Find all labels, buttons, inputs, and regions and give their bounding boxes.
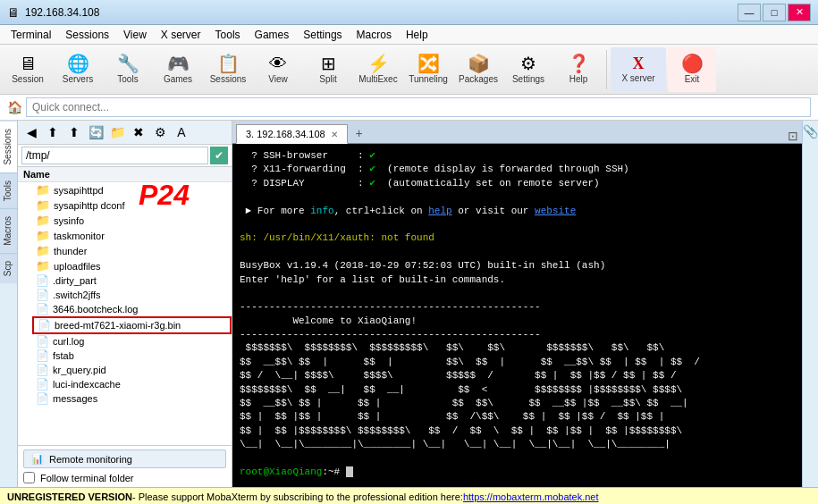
follow-folder-toggle[interactable]: Follow terminal folder xyxy=(23,472,226,483)
terminal-content[interactable]: ? SSH-browser : ✔ ? X11-forwarding : ✔ (… xyxy=(232,144,802,487)
sidebar-tab-tools[interactable]: Tools xyxy=(0,172,17,208)
close-button[interactable]: ✕ xyxy=(788,4,811,21)
follow-folder-label: Follow terminal folder xyxy=(40,473,134,483)
statusbar-link[interactable]: https://mobaxterm.mobatek.net xyxy=(463,491,599,502)
list-item[interactable]: 📁 taskmonitor xyxy=(32,228,232,243)
tool-servers[interactable]: 🌐 Servers xyxy=(54,47,102,92)
restore-icon[interactable]: ⊡ xyxy=(788,129,798,143)
leftpanel-footer: 📊 Remote monitoring Follow terminal fold… xyxy=(18,445,232,487)
quickconnect-bar: 🏠 xyxy=(0,95,818,121)
sidebar-tab-scp[interactable]: Scp xyxy=(0,253,17,283)
list-item[interactable]: 📄 curl.log xyxy=(32,334,232,349)
list-item[interactable]: 📄 3646.bootcheck.log xyxy=(32,302,232,316)
folder-icon: 📁 xyxy=(36,183,50,197)
tool-help[interactable]: ❓ Help xyxy=(554,47,603,92)
menu-terminal[interactable]: Terminal xyxy=(4,27,58,43)
folder-icon: 📁 xyxy=(36,229,50,242)
list-item[interactable]: 📄 messages xyxy=(32,391,232,406)
folder-icon: 📁 xyxy=(36,259,50,273)
file-icon: 📄 xyxy=(36,335,49,348)
menu-tools[interactable]: Tools xyxy=(208,27,248,43)
path-input[interactable] xyxy=(21,147,208,164)
menu-settings[interactable]: Settings xyxy=(296,27,349,43)
xserver-icon: X xyxy=(633,55,645,71)
statusbar: UNREGISTERED VERSION - Please support Mo… xyxy=(0,487,818,504)
games-icon: 🎮 xyxy=(167,55,190,72)
folder-icon: 📁 xyxy=(36,198,50,212)
tool-split[interactable]: ⊞ Split xyxy=(304,47,352,92)
menubar: Terminal Sessions View X server Tools Ga… xyxy=(0,25,818,45)
tool-xserver[interactable]: X X server xyxy=(611,47,666,92)
servers-icon: 🌐 xyxy=(67,55,89,72)
tool-tools[interactable]: 🔧 Tools xyxy=(104,47,152,92)
tool-session[interactable]: 🖥 Session xyxy=(4,47,52,92)
list-item[interactable]: 📁 thunder xyxy=(32,243,232,258)
menu-games[interactable]: Games xyxy=(248,27,297,43)
lp-refresh-button[interactable]: 🔄 xyxy=(86,122,105,142)
follow-folder-checkbox[interactable] xyxy=(23,472,35,483)
packages-icon: 📦 xyxy=(468,55,490,72)
file-icon: 📄 xyxy=(36,392,49,405)
file-icon: 📄 xyxy=(36,289,49,301)
lp-upload-button[interactable]: ⬆ xyxy=(43,122,63,142)
home-icon: 🏠 xyxy=(7,100,22,114)
file-icon: 📄 xyxy=(38,319,51,332)
toolbar: 🖥 Session 🌐 Servers 🔧 Tools 🎮 Games 📋 Se… xyxy=(0,45,818,95)
remote-monitoring-button[interactable]: 📊 Remote monitoring xyxy=(23,449,226,468)
list-item[interactable]: 📁 sysinfo xyxy=(32,213,232,228)
selected-file-item[interactable]: 📄 breed-mt7621-xiaomi-r3g.bin xyxy=(32,316,232,334)
lp-newfolder-button[interactable]: 📁 xyxy=(107,122,127,142)
menu-macros[interactable]: Macros xyxy=(350,27,399,43)
titlebar: 🖥 192.168.34.108 — □ ✕ xyxy=(0,0,818,25)
paperclip-icon[interactable]: 📎 xyxy=(803,124,818,139)
new-tab-button[interactable]: + xyxy=(350,123,369,143)
tool-sessions[interactable]: 📋 Sessions xyxy=(204,47,252,92)
path-ok-button[interactable]: ✔ xyxy=(210,147,228,164)
lp-back-button[interactable]: ◀ xyxy=(21,122,41,142)
tools-icon: 🔧 xyxy=(117,55,139,72)
sessions-icon: 📋 xyxy=(217,55,240,72)
menu-sessions[interactable]: Sessions xyxy=(58,27,116,43)
tool-exit[interactable]: 🔴 Exit xyxy=(668,47,716,92)
tab-close-button[interactable]: ✕ xyxy=(331,130,338,139)
tool-games[interactable]: 🎮 Games xyxy=(154,47,202,92)
folder-icon: 📁 xyxy=(36,244,50,257)
chart-icon: 📊 xyxy=(31,453,44,465)
sidebar-tabs: Sessions Tools Macros Scp xyxy=(0,121,18,487)
right-bar: 📎 xyxy=(802,121,818,487)
terminal-tab-1[interactable]: 3. 192.168.34.108 ✕ xyxy=(236,124,348,144)
menu-view[interactable]: View xyxy=(116,27,154,43)
tool-settings[interactable]: ⚙ Settings xyxy=(504,47,552,92)
lp-delete-button[interactable]: ✖ xyxy=(129,122,148,142)
tool-view[interactable]: 👁 View xyxy=(254,47,302,92)
tool-packages[interactable]: 📦 Packages xyxy=(454,47,502,92)
exit-icon: 🔴 xyxy=(681,55,704,72)
list-item[interactable]: 📁 sysapihttpd xyxy=(32,182,232,197)
lp-text-button[interactable]: A xyxy=(172,122,191,142)
list-item[interactable]: 📄 .switch2jffs xyxy=(32,288,232,302)
tool-tunneling[interactable]: 🔀 Tunneling xyxy=(404,47,452,92)
list-item[interactable]: 📁 sysapihttp dconf xyxy=(32,197,232,213)
folder-icon: 📁 xyxy=(36,214,50,227)
list-item[interactable]: 📄 luci-indexcache xyxy=(32,377,232,391)
toolbar-separator xyxy=(606,50,607,89)
list-item[interactable]: 📄 fstab xyxy=(32,349,232,363)
tool-multiexec[interactable]: ⚡ MultiExec xyxy=(354,47,402,92)
terminal-area: 3. 192.168.34.108 ✕ + ⊡ ? SSH-browser : … xyxy=(232,121,802,487)
lp-settings-button[interactable]: ⚙ xyxy=(150,122,170,142)
title-icon: 🖥 xyxy=(7,5,20,20)
menu-help[interactable]: Help xyxy=(399,27,435,43)
maximize-button[interactable]: □ xyxy=(763,4,786,21)
menu-xserver[interactable]: X server xyxy=(154,27,208,43)
sidebar-tab-sessions[interactable]: Sessions xyxy=(0,121,17,172)
file-icon: 📄 xyxy=(36,303,49,315)
list-item[interactable]: 📁 uploadfiles xyxy=(32,258,232,273)
quickconnect-input[interactable] xyxy=(26,97,811,117)
path-bar: ✔ xyxy=(18,145,232,167)
minimize-button[interactable]: — xyxy=(738,4,761,21)
sidebar-tab-macros[interactable]: Macros xyxy=(0,208,17,253)
list-item[interactable]: 📄 kr_query.pid xyxy=(32,363,232,377)
list-item[interactable]: 📄 .dirty_part xyxy=(32,273,232,288)
status-prefix: UNREGISTERED VERSION xyxy=(7,491,132,502)
lp-parent-button[interactable]: ⬆ xyxy=(64,122,84,142)
